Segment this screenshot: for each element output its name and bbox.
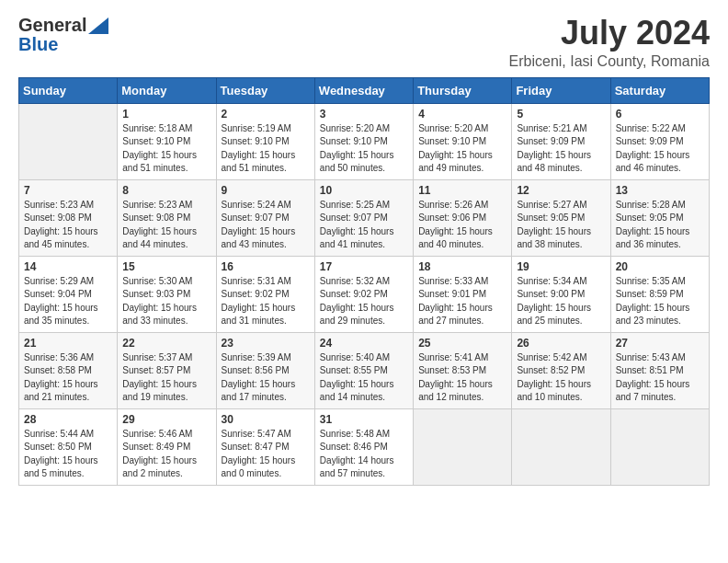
weekday-header: Wednesday [314,77,413,103]
day-number: 5 [517,108,605,121]
calendar-cell: 29 Sunrise: 5:46 AMSunset: 8:49 PMDaylig… [118,408,216,485]
calendar-cell: 18 Sunrise: 5:33 AMSunset: 9:01 PMDaylig… [414,256,512,332]
title-block: July 2024 Erbiceni, Iasi County, Romania [509,15,710,70]
calendar-cell [414,408,512,485]
day-info: Sunrise: 5:24 AMSunset: 9:07 PMDaylight:… [222,200,296,250]
calendar-cell: 26 Sunrise: 5:42 AMSunset: 8:52 PMDaylig… [512,332,610,408]
day-info: Sunrise: 5:21 AMSunset: 9:09 PMDaylight:… [517,123,591,174]
svg-marker-0 [88,17,108,34]
calendar-cell [19,103,118,179]
day-number: 28 [24,413,112,426]
day-number: 17 [320,260,408,273]
calendar-cell: 19 Sunrise: 5:34 AMSunset: 9:00 PMDaylig… [512,256,610,332]
calendar-week-row: 1 Sunrise: 5:18 AMSunset: 9:10 PMDayligh… [19,103,710,179]
day-number: 8 [122,184,210,197]
day-number: 2 [222,108,310,121]
day-info: Sunrise: 5:43 AMSunset: 8:51 PMDaylight:… [616,352,690,403]
day-info: Sunrise: 5:18 AMSunset: 9:10 PMDaylight:… [122,123,197,174]
calendar-cell: 11 Sunrise: 5:26 AMSunset: 9:06 PMDaylig… [414,179,512,256]
day-info: Sunrise: 5:23 AMSunset: 9:08 PMDaylight:… [122,200,197,250]
day-info: Sunrise: 5:23 AMSunset: 9:08 PMDaylight:… [24,200,98,250]
day-info: Sunrise: 5:22 AMSunset: 9:09 PMDaylight:… [616,123,690,174]
logo-icon [88,17,108,34]
day-number: 12 [517,184,605,197]
logo-text: General [18,15,108,36]
logo-general: General [18,15,86,36]
day-info: Sunrise: 5:31 AMSunset: 9:02 PMDaylight:… [222,276,296,327]
day-info: Sunrise: 5:20 AMSunset: 9:10 PMDaylight:… [320,123,394,174]
day-number: 31 [320,413,408,426]
day-number: 29 [122,413,210,426]
calendar-cell: 16 Sunrise: 5:31 AMSunset: 9:02 PMDaylig… [216,256,314,332]
day-number: 26 [517,337,605,350]
calendar-cell: 28 Sunrise: 5:44 AMSunset: 8:50 PMDaylig… [19,408,118,485]
day-info: Sunrise: 5:19 AMSunset: 9:10 PMDaylight:… [222,123,296,174]
calendar-cell: 1 Sunrise: 5:18 AMSunset: 9:10 PMDayligh… [118,103,216,179]
day-number: 4 [418,108,506,121]
calendar-week-row: 7 Sunrise: 5:23 AMSunset: 9:08 PMDayligh… [19,179,710,256]
calendar-cell: 24 Sunrise: 5:40 AMSunset: 8:55 PMDaylig… [314,332,413,408]
day-number: 21 [24,337,112,350]
weekday-header: Tuesday [216,77,314,103]
header: General Blue July 2024 Erbiceni, Iasi Co… [18,15,710,70]
day-number: 22 [122,337,210,350]
day-info: Sunrise: 5:26 AMSunset: 9:06 PMDaylight:… [418,200,493,250]
day-info: Sunrise: 5:30 AMSunset: 9:03 PMDaylight:… [122,276,197,327]
day-info: Sunrise: 5:36 AMSunset: 8:58 PMDaylight:… [24,352,98,403]
calendar-cell [610,408,709,485]
calendar-cell: 27 Sunrise: 5:43 AMSunset: 8:51 PMDaylig… [610,332,709,408]
calendar-cell: 12 Sunrise: 5:27 AMSunset: 9:05 PMDaylig… [512,179,610,256]
day-info: Sunrise: 5:27 AMSunset: 9:05 PMDaylight:… [517,200,591,250]
day-info: Sunrise: 5:20 AMSunset: 9:10 PMDaylight:… [418,123,493,174]
logo-blue: Blue [18,34,58,54]
day-number: 3 [320,108,408,121]
calendar-cell: 25 Sunrise: 5:41 AMSunset: 8:53 PMDaylig… [414,332,512,408]
day-info: Sunrise: 5:37 AMSunset: 8:57 PMDaylight:… [122,352,197,403]
day-info: Sunrise: 5:29 AMSunset: 9:04 PMDaylight:… [24,276,98,327]
day-number: 25 [418,337,506,350]
day-number: 19 [517,260,605,273]
day-info: Sunrise: 5:34 AMSunset: 9:00 PMDaylight:… [517,276,591,327]
day-number: 6 [616,108,704,121]
calendar-cell: 30 Sunrise: 5:47 AMSunset: 8:47 PMDaylig… [216,408,314,485]
day-info: Sunrise: 5:35 AMSunset: 8:59 PMDaylight:… [616,276,690,327]
calendar-cell: 9 Sunrise: 5:24 AMSunset: 9:07 PMDayligh… [216,179,314,256]
day-info: Sunrise: 5:46 AMSunset: 8:49 PMDaylight:… [122,429,197,479]
day-info: Sunrise: 5:48 AMSunset: 8:46 PMDaylight:… [320,429,394,479]
calendar-cell: 20 Sunrise: 5:35 AMSunset: 8:59 PMDaylig… [610,256,709,332]
day-info: Sunrise: 5:32 AMSunset: 9:02 PMDaylight:… [320,276,394,327]
day-info: Sunrise: 5:28 AMSunset: 9:05 PMDaylight:… [616,200,690,250]
calendar-week-row: 28 Sunrise: 5:44 AMSunset: 8:50 PMDaylig… [19,408,710,485]
day-number: 9 [222,184,310,197]
calendar-cell: 15 Sunrise: 5:30 AMSunset: 9:03 PMDaylig… [118,256,216,332]
calendar-cell [512,408,610,485]
calendar-table: SundayMondayTuesdayWednesdayThursdayFrid… [18,77,710,486]
calendar-cell: 22 Sunrise: 5:37 AMSunset: 8:57 PMDaylig… [118,332,216,408]
main-title: July 2024 [509,15,710,52]
day-info: Sunrise: 5:41 AMSunset: 8:53 PMDaylight:… [418,352,493,403]
day-info: Sunrise: 5:33 AMSunset: 9:01 PMDaylight:… [418,276,493,327]
day-info: Sunrise: 5:39 AMSunset: 8:56 PMDaylight:… [222,352,296,403]
day-number: 10 [320,184,408,197]
weekday-header: Thursday [414,77,512,103]
day-info: Sunrise: 5:25 AMSunset: 9:07 PMDaylight:… [320,200,394,250]
calendar-header-row: SundayMondayTuesdayWednesdayThursdayFrid… [19,77,710,103]
weekday-header: Saturday [610,77,709,103]
calendar-cell: 4 Sunrise: 5:20 AMSunset: 9:10 PMDayligh… [414,103,512,179]
calendar-cell: 10 Sunrise: 5:25 AMSunset: 9:07 PMDaylig… [314,179,413,256]
weekday-header: Friday [512,77,610,103]
calendar-cell: 7 Sunrise: 5:23 AMSunset: 9:08 PMDayligh… [19,179,118,256]
page: General Blue July 2024 Erbiceni, Iasi Co… [0,0,728,563]
calendar-cell: 21 Sunrise: 5:36 AMSunset: 8:58 PMDaylig… [19,332,118,408]
logo: General Blue [18,15,108,55]
day-number: 16 [222,260,310,273]
calendar-cell: 8 Sunrise: 5:23 AMSunset: 9:08 PMDayligh… [118,179,216,256]
day-number: 7 [24,184,112,197]
day-number: 15 [122,260,210,273]
calendar-cell: 3 Sunrise: 5:20 AMSunset: 9:10 PMDayligh… [314,103,413,179]
day-number: 30 [222,413,310,426]
day-number: 13 [616,184,704,197]
calendar-cell: 2 Sunrise: 5:19 AMSunset: 9:10 PMDayligh… [216,103,314,179]
calendar-cell: 13 Sunrise: 5:28 AMSunset: 9:05 PMDaylig… [610,179,709,256]
calendar-cell: 23 Sunrise: 5:39 AMSunset: 8:56 PMDaylig… [216,332,314,408]
